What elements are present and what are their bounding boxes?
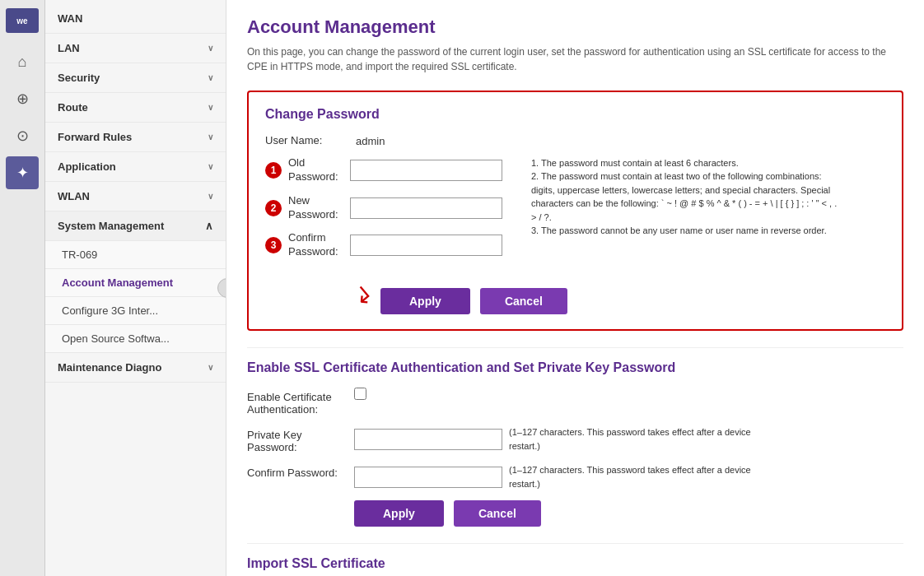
confirm-password-input[interactable] <box>350 235 502 256</box>
chevron-icon-lan: ∨ <box>208 44 213 53</box>
sidebar: ‹ WAN LAN ∨ Security ∨ Route ∨ Forward R… <box>45 0 226 576</box>
enable-cert-label: Enable CertificateAuthentication: <box>247 388 354 416</box>
sidebar-subitem-open-source[interactable]: Open Source Softwa... <box>45 325 226 353</box>
logo: we <box>6 8 39 33</box>
change-password-section: Change Password User Name: admin 1 OldPa… <box>247 91 903 331</box>
confirm-password-row: 3 ConfirmPassword: <box>265 231 502 259</box>
ssl-cancel-button[interactable]: Cancel <box>454 500 541 527</box>
ssl-confirm-input-group: (1–127 characters. This password takes e… <box>354 463 756 490</box>
chevron-icon-forward-rules: ∨ <box>208 132 213 142</box>
arrow-spacer: ↱ <box>265 281 372 309</box>
chevron-icon-application: ∨ <box>208 162 213 171</box>
page-title: Account Management <box>247 16 903 38</box>
sidebar-label-system-management: System Management <box>58 220 164 232</box>
new-password-label: NewPassword: <box>288 194 350 222</box>
chevron-icon-security: ∨ <box>208 73 213 82</box>
password-fields-col: 1 OldPassword: 2 NewPassword: 3 ConfirmP… <box>265 156 502 269</box>
change-password-btn-area: ↱ Apply Cancel <box>265 276 885 314</box>
change-password-cancel-button[interactable]: Cancel <box>480 288 567 314</box>
import-ssl-title: Import SSL Certificate <box>247 556 903 571</box>
username-label: User Name: <box>265 134 356 148</box>
sidebar-label-open-source: Open Source Softwa... <box>62 332 170 345</box>
old-password-input[interactable] <box>350 160 502 181</box>
sidebar-item-route[interactable]: Route ∨ <box>45 93 226 123</box>
enable-cert-row: Enable CertificateAuthentication: <box>247 388 903 416</box>
sidebar-label-wlan: WLAN <box>58 190 90 202</box>
ssl-section: Enable SSL Certificate Authentication an… <box>247 347 903 527</box>
sidebar-item-wlan[interactable]: WLAN ∨ <box>45 182 226 211</box>
ssl-confirm-input[interactable] <box>354 467 502 488</box>
sidebar-label-route: Route <box>58 101 88 114</box>
ssl-section-title: Enable SSL Certificate Authentication an… <box>247 360 903 375</box>
sidebar-item-forward-rules[interactable]: Forward Rules ∨ <box>45 123 226 152</box>
import-ssl-section: Import SSL Certificate Certificate: Brow… <box>247 543 903 576</box>
sidebar-label-security: Security <box>58 72 100 84</box>
old-password-label: OldPassword: <box>288 156 350 184</box>
badge-1: 1 <box>265 162 282 179</box>
private-key-input[interactable] <box>354 429 502 450</box>
sidebar-item-wan[interactable]: WAN <box>45 4 226 34</box>
sidebar-item-maintenance[interactable]: Maintenance Diagno ∨ <box>45 353 226 383</box>
chevron-icon-route: ∨ <box>208 103 213 112</box>
icon-bar: we ⌂ ⊕ ⊙ ✦ <box>0 0 45 576</box>
settings-nav-icon[interactable]: ✦ <box>6 156 39 189</box>
sidebar-label-application: Application <box>58 160 116 173</box>
private-key-row: Private KeyPassword: (1–127 characters. … <box>247 425 903 453</box>
sidebar-label-wan: WAN <box>58 12 82 25</box>
private-key-label: Private KeyPassword: <box>247 425 354 453</box>
enable-cert-checkbox[interactable] <box>354 388 366 400</box>
badge-2: 2 <box>265 200 282 216</box>
private-key-input-group: (1–127 characters. This password takes e… <box>354 425 756 453</box>
sidebar-item-lan[interactable]: LAN ∨ <box>45 34 226 63</box>
page-description: On this page, you can change the passwor… <box>247 44 903 74</box>
add-nav-icon[interactable]: ⊕ <box>6 82 39 115</box>
new-password-input[interactable] <box>350 197 502 219</box>
sidebar-label-lan: LAN <box>58 42 80 54</box>
badge-3: 3 <box>265 237 282 253</box>
username-row: User Name: admin <box>265 134 885 148</box>
ssl-confirm-label: Confirm Password: <box>247 463 354 479</box>
sidebar-label-forward-rules: Forward Rules <box>58 131 132 143</box>
sidebar-label-account-management: Account Management <box>62 276 173 289</box>
sidebar-label-tr069: TR-069 <box>62 249 97 261</box>
change-password-title: Change Password <box>265 107 885 122</box>
new-password-row: 2 NewPassword: <box>265 194 502 222</box>
confirm-password-label: ConfirmPassword: <box>288 231 350 259</box>
sidebar-label-maintenance: Maintenance Diagno <box>58 361 161 374</box>
username-value: admin <box>356 135 385 147</box>
chevron-icon-wlan: ∨ <box>208 192 213 201</box>
change-password-buttons: Apply Cancel <box>380 288 567 314</box>
old-password-row: 1 OldPassword: <box>265 156 502 184</box>
sidebar-item-system-management[interactable]: System Management ∧ <box>45 211 226 241</box>
password-fields-area: 1 OldPassword: 2 NewPassword: 3 ConfirmP… <box>265 156 885 269</box>
change-password-apply-button[interactable]: Apply <box>380 288 470 314</box>
sidebar-subitem-configure-3g[interactable]: Configure 3G Inter... <box>45 297 226 325</box>
chevron-icon-maintenance: ∨ <box>208 363 213 372</box>
home-nav-icon[interactable]: ⌂ <box>6 45 39 78</box>
ssl-btn-row: Apply Cancel <box>354 500 903 527</box>
sidebar-item-application[interactable]: Application ∨ <box>45 152 226 182</box>
globe-nav-icon[interactable]: ⊙ <box>6 119 39 152</box>
chevron-icon-system-management: ∧ <box>205 220 213 232</box>
main-content: Account Management On this page, you can… <box>226 0 924 576</box>
password-hint-box: 1. The password must contain at least 6 … <box>531 156 844 269</box>
ssl-apply-button[interactable]: Apply <box>354 500 444 527</box>
arrow-icon-1: ↱ <box>347 279 379 312</box>
ssl-confirm-row: Confirm Password: (1–127 characters. Thi… <box>247 463 903 490</box>
sidebar-item-security[interactable]: Security ∨ <box>45 63 226 93</box>
ssl-confirm-hint: (1–127 characters. This password takes e… <box>509 463 756 490</box>
private-key-hint: (1–127 characters. This password takes e… <box>509 425 756 453</box>
sidebar-subitem-account-management[interactable]: Account Management <box>45 269 226 297</box>
sidebar-subitem-tr069[interactable]: TR-069 <box>45 241 226 269</box>
sidebar-label-configure-3g: Configure 3G Inter... <box>62 304 158 317</box>
